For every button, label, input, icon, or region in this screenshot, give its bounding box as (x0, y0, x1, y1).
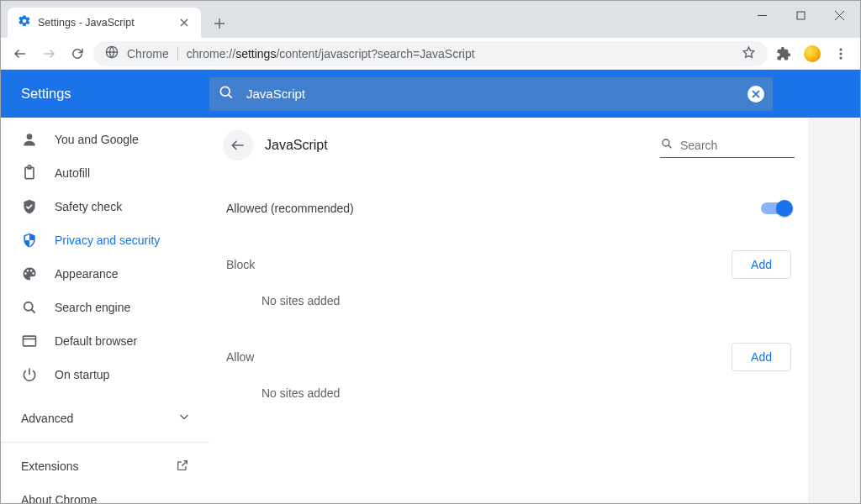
window-maximize-button[interactable] (781, 3, 820, 28)
block-section-header: Block Add (226, 250, 791, 279)
allowed-toggle-row: Allowed (recommended) (226, 186, 791, 230)
sidebar-item-default-browser[interactable]: Default browser (1, 324, 209, 358)
clipboard-icon (21, 165, 38, 181)
open-in-new-icon (176, 459, 189, 475)
svg-point-6 (27, 134, 33, 139)
svg-point-9 (663, 139, 669, 146)
sidebar-item-label: Safety check (55, 200, 122, 213)
os-title-bar: Settings - JavaScript (1, 1, 860, 38)
local-search[interactable] (660, 133, 795, 158)
svg-point-2 (839, 48, 842, 50)
sidebar-item-privacy-security[interactable]: Privacy and security (1, 223, 209, 257)
omnibox-scheme: Chrome (127, 47, 169, 60)
sidebar-item-label: On startup (55, 368, 109, 381)
sidebar-advanced-toggle[interactable]: Advanced (1, 402, 209, 435)
block-add-button[interactable]: Add (732, 250, 791, 279)
allow-add-button[interactable]: Add (732, 343, 791, 371)
block-title: Block (226, 258, 255, 271)
svg-point-5 (220, 87, 230, 96)
chevron-down-icon (179, 412, 189, 425)
sidebar-item-appearance[interactable]: Appearance (1, 257, 209, 291)
settings-sidebar: You and Google Autofill Safety check Pri… (1, 118, 209, 503)
search-icon (218, 84, 235, 103)
bookmark-star-icon[interactable] (742, 45, 756, 62)
about-label: About Chrome (21, 493, 97, 503)
sidebar-item-label: Search engine (55, 301, 130, 314)
sidebar-item-label: You and Google (55, 133, 139, 146)
shield-icon (21, 232, 38, 249)
shield-check-icon (21, 198, 38, 215)
omnibox[interactable]: Chrome chrome://settings/content/javascr… (93, 41, 768, 66)
tab-close-button[interactable] (177, 16, 191, 29)
page-back-button[interactable] (223, 130, 253, 160)
sidebar-item-label: Privacy and security (55, 234, 160, 247)
allow-section-header: Allow Add (226, 343, 791, 371)
omnibox-url: chrome://settings/content/javascript?sea… (187, 47, 475, 60)
block-empty-text: No sites added (226, 279, 791, 318)
sidebar-divider (1, 442, 209, 443)
search-icon (660, 137, 673, 154)
right-gutter (808, 118, 860, 503)
sidebar-item-safety-check[interactable]: Safety check (1, 190, 209, 223)
svg-rect-0 (797, 12, 805, 19)
sidebar-item-autofill[interactable]: Autofill (1, 156, 209, 190)
svg-rect-8 (24, 336, 36, 346)
power-icon (21, 366, 38, 383)
settings-gear-icon (18, 14, 31, 31)
extensions-label: Extensions (21, 459, 78, 473)
pinned-extension-icon[interactable] (800, 41, 825, 66)
settings-search-input[interactable] (246, 87, 736, 101)
svg-point-3 (839, 52, 842, 55)
extensions-puzzle-icon[interactable] (771, 41, 796, 66)
browser-window-icon (21, 333, 38, 349)
chrome-menu-button[interactable] (828, 41, 853, 66)
sidebar-item-search-engine[interactable]: Search engine (1, 291, 209, 324)
clear-search-button[interactable] (747, 86, 764, 102)
person-icon (21, 131, 38, 148)
sidebar-item-label: Autofill (55, 166, 90, 180)
window-controls (742, 3, 858, 28)
page-header: JavaScript (223, 118, 795, 166)
allowed-toggle[interactable] (761, 200, 791, 217)
local-search-input[interactable] (680, 139, 795, 152)
site-info-icon[interactable] (105, 45, 119, 61)
settings-search-box[interactable] (209, 77, 773, 111)
svg-point-4 (839, 56, 842, 59)
advanced-label: Advanced (21, 412, 73, 425)
page-title: JavaScript (265, 138, 648, 153)
omnibox-separator (177, 47, 178, 60)
new-tab-button[interactable] (208, 12, 231, 35)
nav-reload-button[interactable] (65, 41, 90, 66)
window-close-button[interactable] (820, 3, 858, 28)
window-minimize-button[interactable] (742, 3, 781, 28)
sidebar-about-chrome[interactable]: About Chrome (1, 483, 209, 503)
settings-content: You and Google Autofill Safety check Pri… (1, 118, 860, 503)
settings-main: JavaScript Allowed (recommended) Block A… (209, 118, 808, 503)
nav-forward-button[interactable] (36, 41, 61, 66)
settings-app-title: Settings (1, 86, 209, 102)
settings-header: Settings (1, 70, 860, 118)
palette-icon (21, 265, 38, 282)
allow-empty-text: No sites added (226, 371, 791, 410)
svg-point-7 (24, 302, 33, 311)
sidebar-item-label: Default browser (55, 334, 137, 348)
sidebar-item-you-and-google[interactable]: You and Google (1, 123, 209, 156)
browser-toolbar: Chrome chrome://settings/content/javascr… (1, 38, 860, 70)
browser-tab[interactable]: Settings - JavaScript (8, 8, 201, 38)
tab-title: Settings - JavaScript (38, 17, 135, 29)
nav-back-button[interactable] (8, 41, 33, 66)
sidebar-item-on-startup[interactable]: On startup (1, 358, 209, 391)
search-icon (21, 299, 38, 316)
sidebar-extensions-link[interactable]: Extensions (1, 449, 209, 483)
allow-title: Allow (226, 350, 254, 364)
allowed-label: Allowed (recommended) (226, 202, 354, 215)
sidebar-item-label: Appearance (55, 267, 119, 281)
